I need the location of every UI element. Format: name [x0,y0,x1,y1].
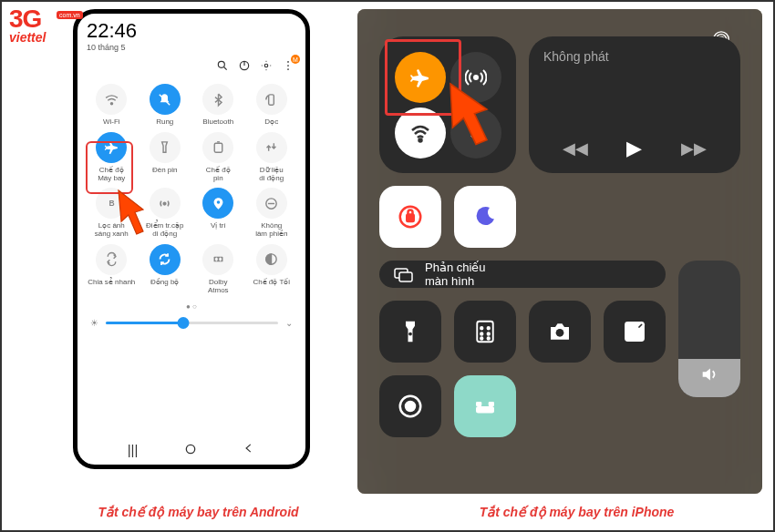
toggle-quickshare[interactable]: Chia sẻ nhanh [87,244,137,295]
toggle-vibrate[interactable]: Rung [140,84,191,127]
toggle-label: Chế độ pin [206,167,231,183]
svg-point-39 [488,337,491,340]
toggle-label: Rung [156,118,173,127]
mirror-label: Phản chiếu màn hình [425,261,486,288]
nav-home[interactable] [183,442,198,459]
toggle-location[interactable]: Vị trí [193,188,243,239]
svg-line-1 [224,67,227,70]
calculator-button[interactable] [454,301,516,363]
rewind-icon[interactable]: ◀◀ [563,138,588,159]
media-title: Không phát [543,49,726,64]
clock-time: 22:46 [87,19,137,43]
flashlight-button[interactable] [379,301,441,363]
brightness-slider[interactable]: ☀ ⌄ [90,318,293,328]
search-icon[interactable] [216,59,229,75]
toggle-flashlight[interactable]: Đèn pin [140,132,191,183]
svg-point-35 [488,327,491,330]
dolby-icon [202,244,233,275]
toggle-label: Dọc [264,118,278,127]
dnd-icon [256,188,287,219]
svg-rect-45 [476,402,481,406]
svg-point-27 [418,138,421,141]
svg-point-0 [218,61,224,67]
toggle-sync[interactable]: Đồng bộ [140,244,191,295]
caption-iphone: Tắt chế độ máy bay trên iPhone [388,505,766,519]
svg-point-15 [216,200,220,204]
svg-point-40 [556,329,564,337]
svg-rect-10 [269,94,274,104]
brightness-icon: ☀ [90,318,98,328]
volume-slider[interactable] [678,261,740,397]
svg-point-19 [215,258,218,261]
play-icon[interactable]: ▶ [626,137,642,160]
toggle-label: Đồng bộ [150,279,179,287]
toggle-label: Wi-Fi [103,118,120,127]
toggle-label: Bluetooth [202,118,233,127]
toggle-label: Dolby Atmos [208,279,229,295]
svg-point-7 [287,68,289,70]
airplane-icon [96,132,127,163]
rotation-lock-button[interactable] [379,186,441,248]
power-icon[interactable] [238,59,251,75]
toggle-mobile-data[interactable]: Dữ liệu di động [247,132,297,183]
logo-badge: com.vn [57,11,83,19]
toggle-airplane[interactable]: Chế độ Máy bay [87,132,137,183]
toggle-label: Không làm phiền [255,222,287,239]
sleep-button[interactable] [454,375,516,437]
sync-icon [150,244,181,275]
notes-button[interactable] [604,301,666,363]
pointer-arrow-icon [110,182,165,237]
svg-rect-31 [399,272,412,281]
clock-date: 10 tháng 5 [87,43,137,52]
svg-point-8 [110,102,112,104]
media-controls[interactable]: Không phát ◀◀ ▶ ▶▶ [529,36,740,173]
android-quick-settings: 22:46 10 tháng 5 Wi-Fi Rung Bluetooth Dọ… [73,9,310,469]
toggle-battery-mode[interactable]: Chế độ pin [193,132,243,183]
svg-rect-29 [407,215,414,222]
toggle-label: Dữ liệu di động [259,167,284,183]
toggle-dolby[interactable]: Dolby Atmos [193,244,243,295]
wifi-icon [96,84,127,115]
toggle-rotation[interactable]: Dọc [247,84,297,127]
svg-point-4 [264,64,268,67]
svg-point-5 [287,61,289,63]
location-icon [202,188,233,219]
svg-point-37 [488,332,491,335]
toggle-label: Chế độ Tối [253,279,290,287]
toggle-wifi[interactable]: Wi-Fi [87,84,137,127]
nav-back[interactable] [243,442,255,459]
camera-button[interactable] [529,301,591,363]
screen-record-button[interactable] [379,375,441,437]
volume-icon [699,364,719,384]
quickshare-icon [96,244,127,275]
gear-icon[interactable] [260,59,273,75]
bluetooth-icon [202,84,233,115]
brightness-expand-icon[interactable]: ⌄ [285,318,293,328]
focus-button[interactable] [454,186,516,248]
svg-point-6 [287,65,289,66]
svg-point-43 [406,402,415,411]
svg-rect-46 [489,402,494,406]
logo-brand: 3G [9,7,46,30]
svg-rect-44 [476,406,494,414]
svg-rect-33 [477,322,493,343]
iphone-control-center: Không phát ◀◀ ▶ ▶▶ Phản chiếu màn hình [357,9,762,494]
toggle-bluetooth[interactable]: Bluetooth [193,84,243,127]
nav-recents[interactable]: ||| [128,442,139,459]
svg-point-36 [480,332,483,335]
pager-dots: ● ○ [87,302,296,311]
toggle-darkmode[interactable]: Chế độ Tối [247,244,297,295]
darkmode-icon [256,244,287,275]
svg-rect-11 [214,144,222,153]
svg-point-20 [219,258,222,261]
screen-mirror-button[interactable]: Phản chiếu màn hình [379,261,666,288]
svg-point-38 [480,337,483,340]
pointer-arrow-icon [439,73,512,146]
more-icon[interactable] [282,59,294,75]
watermark-logo: 3G viettel com.vn [9,7,46,45]
battery-icon [202,132,233,163]
toggle-dnd[interactable]: Không làm phiền [247,188,297,239]
mirror-icon [392,263,414,285]
toggle-label: Vị trí [211,222,226,230]
forward-icon[interactable]: ▶▶ [681,138,707,159]
